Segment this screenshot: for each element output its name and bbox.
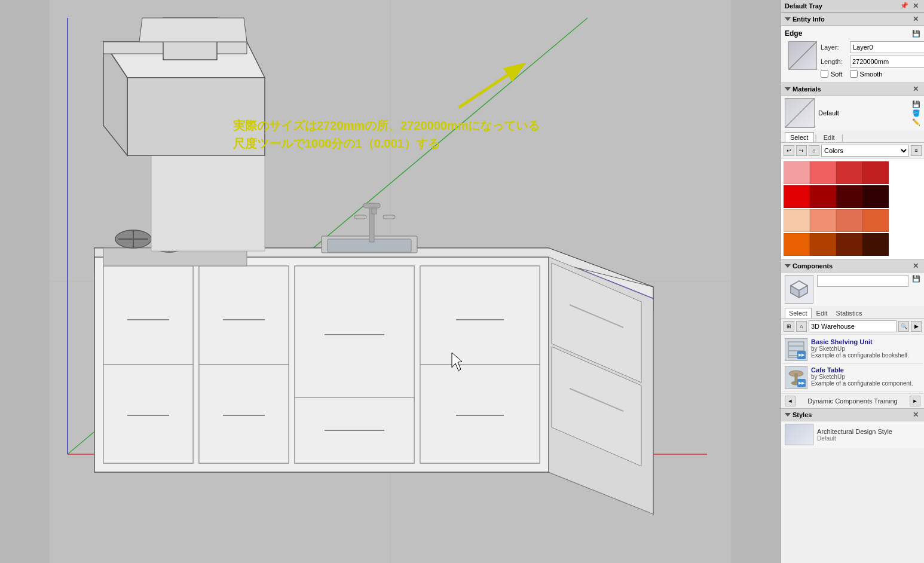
tray-title: Default Tray	[785, 2, 822, 10]
comp-list-item-2[interactable]: ▶▶ Cafe Table by SketchUp Example of a c…	[782, 364, 923, 392]
styles-header-left: Styles	[785, 411, 812, 418]
right-panel: Default Tray 📌 ✕ Entity Info ✕ Edge 💾 La…	[781, 0, 924, 563]
svg-rect-59	[372, 208, 377, 214]
color-swatch[interactable]	[862, 185, 889, 208]
material-sample-icon[interactable]: ✏️	[912, 118, 920, 126]
color-swatch[interactable]	[836, 161, 862, 184]
redo-btn[interactable]: ↪	[796, 145, 807, 156]
svg-marker-48	[151, 149, 265, 251]
tray-pin-icon[interactable]: 📌	[900, 2, 908, 10]
edge-info-right: Layer: Layer0 Length: Soft Smooth	[821, 41, 924, 78]
material-paint-icon[interactable]: 🪣	[912, 109, 920, 117]
color-grid	[781, 159, 924, 259]
warehouse-input[interactable]	[809, 320, 897, 332]
comp-tab-select[interactable]: Select	[785, 308, 812, 318]
color-swatch[interactable]	[836, 209, 862, 232]
color-swatch[interactable]	[862, 233, 889, 256]
nav-footer-row: ◄ Dynamic Components Training ►	[781, 393, 924, 408]
color-row-4	[784, 233, 922, 256]
components-section-header[interactable]: Components ✕	[781, 259, 924, 273]
materials-close-icon[interactable]: ✕	[911, 85, 920, 93]
comp-item-thumb-table: ▶▶	[785, 366, 807, 389]
color-swatch[interactable]	[784, 209, 810, 232]
edge-label: Edge	[785, 29, 802, 38]
color-swatch[interactable]	[836, 233, 862, 256]
component-search-input[interactable]	[817, 275, 908, 287]
nav-forward-btn[interactable]: ►	[910, 396, 920, 406]
layer-select[interactable]: Layer0	[850, 41, 924, 53]
svg-rect-13	[103, 266, 193, 365]
comp-item-name-2: Cafe Table	[811, 366, 920, 374]
nav-back-btn[interactable]: ◄	[785, 396, 796, 406]
material-preview-box	[785, 98, 815, 128]
home-btn-mat[interactable]: ⌂	[809, 145, 819, 156]
comp-nav-btn[interactable]: ▶	[911, 321, 922, 332]
color-swatch[interactable]	[784, 161, 810, 184]
soft-label: Soft	[831, 71, 843, 78]
color-swatch[interactable]	[810, 161, 836, 184]
component-thumb	[785, 275, 813, 304]
materials-content: Default 💾 🪣 ✏️ Select | Edit | ↩ ↪ ⌂ Col…	[781, 96, 924, 259]
tray-close-icon[interactable]: ✕	[911, 2, 920, 10]
color-swatch[interactable]	[810, 185, 836, 208]
color-scroll-area[interactable]	[781, 159, 924, 259]
svg-rect-19	[199, 365, 289, 463]
svg-rect-58	[363, 203, 380, 208]
material-name: Default	[818, 109, 839, 117]
color-swatch[interactable]	[784, 233, 810, 256]
styles-preview-area: Architectural Design Style Default	[781, 421, 924, 448]
style-sub: Default	[817, 435, 892, 442]
style-name: Architectural Design Style	[817, 428, 892, 435]
colors-dropdown[interactable]: Colors	[821, 145, 909, 157]
entity-info-expand-icon	[785, 17, 791, 21]
entity-info-section-header[interactable]: Entity Info ✕	[781, 13, 924, 26]
svg-rect-23	[295, 266, 414, 397]
components-expand-icon	[785, 264, 791, 268]
edge-preview-box	[788, 41, 817, 70]
comp-item-by-1: by SketchUp	[811, 345, 920, 352]
color-swatch[interactable]	[836, 185, 862, 208]
styles-close-icon[interactable]: ✕	[911, 411, 920, 419]
component-search-area	[817, 275, 908, 287]
smooth-checkbox[interactable]	[850, 70, 858, 78]
components-close-icon[interactable]: ✕	[911, 262, 920, 270]
svg-rect-18	[199, 266, 289, 365]
comp-home-btn[interactable]: ⌂	[796, 321, 807, 332]
undo-btn[interactable]: ↩	[784, 145, 794, 156]
main-viewport: 実際のサイズは2720mmの所、2720000mmになっている 尺度ツールで10…	[0, 0, 781, 563]
detail-btn[interactable]: ≡	[911, 145, 922, 156]
material-save-icon[interactable]: 💾	[912, 100, 920, 108]
comp-item-thumb-shelving: ▶▶	[785, 338, 807, 361]
soft-checkbox[interactable]	[821, 70, 828, 78]
color-swatch[interactable]	[784, 185, 810, 208]
tab-separator: |	[815, 133, 817, 142]
tab-edit[interactable]: Edit	[818, 132, 840, 142]
color-swatch[interactable]	[862, 161, 889, 184]
length-input[interactable]	[850, 56, 924, 68]
color-swatch[interactable]	[810, 233, 836, 256]
svg-rect-29	[420, 365, 540, 463]
comp-item-by-2: by SketchUp	[811, 374, 920, 380]
color-swatch[interactable]	[810, 209, 836, 232]
comp-search-btn[interactable]: 🔍	[898, 321, 909, 332]
materials-header-left: Materials	[785, 85, 821, 93]
style-name-area: Architectural Design Style Default	[817, 428, 892, 442]
color-swatch[interactable]	[862, 209, 889, 232]
entity-info-close-icon[interactable]: ✕	[911, 15, 920, 23]
comp-list-item[interactable]: ▶▶ Basic Shelving Unit by SketchUp Examp…	[782, 336, 923, 364]
tray-header: Default Tray 📌 ✕	[781, 0, 924, 13]
svg-rect-61	[383, 215, 395, 219]
comp-tab-statistics[interactable]: Statistics	[833, 308, 866, 318]
edge-preview-area: Layer: Layer0 Length: Soft Smooth	[785, 39, 920, 80]
materials-section-header[interactable]: Materials ✕	[781, 82, 924, 96]
materials-expand-icon	[785, 87, 791, 91]
comp-grid-view-btn[interactable]: ⊞	[784, 321, 794, 332]
tab-select[interactable]: Select	[785, 132, 814, 142]
comp-toolbar: ⊞ ⌂ 🔍 ▶	[781, 319, 924, 335]
component-save-icon[interactable]: 💾	[912, 275, 920, 282]
comp-item-badge-1: ▶▶	[797, 351, 806, 359]
entity-save-icon[interactable]: 💾	[912, 30, 920, 38]
styles-section-header[interactable]: Styles ✕	[781, 408, 924, 421]
comp-tab-edit[interactable]: Edit	[813, 308, 831, 318]
smooth-label: Smooth	[860, 71, 883, 78]
